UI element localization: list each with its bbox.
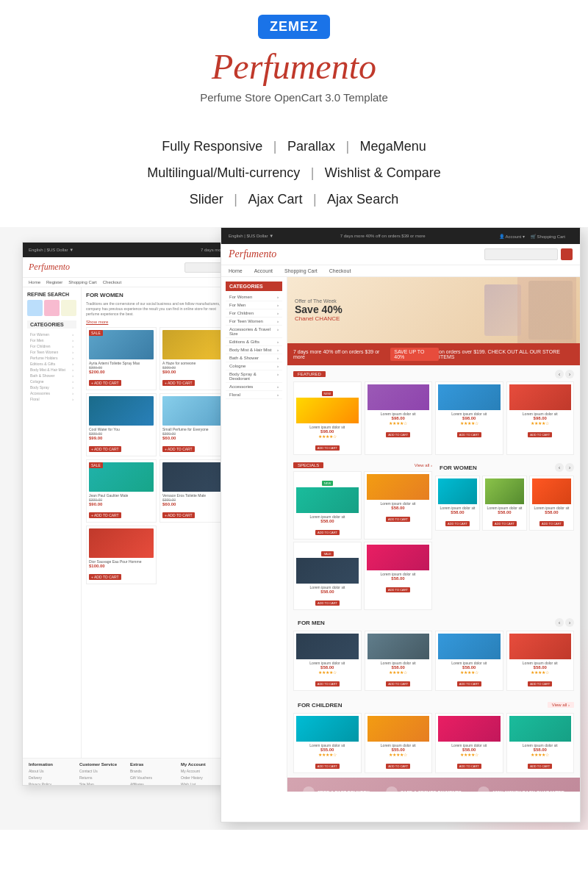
cat-body-spray[interactable]: Body Spray›: [27, 384, 76, 390]
add-to-cart-7[interactable]: + ADD TO CART: [89, 574, 121, 580]
mock-topbar-left: English | $US Dollar ▼ 7 days more...: [23, 243, 234, 257]
search-btn-right[interactable]: [561, 248, 573, 260]
special-add-2[interactable]: ADD TO CART: [386, 517, 410, 522]
featured-img-3: [438, 384, 501, 410]
featured-add-3[interactable]: ADD TO CART: [457, 432, 481, 437]
mock-account-link[interactable]: 👤 Account ▾: [499, 234, 525, 239]
women-add-2[interactable]: ADD TO CART: [492, 521, 517, 526]
add-to-cart-2[interactable]: + ADD TO CART: [162, 380, 195, 386]
add-to-cart-4[interactable]: + ADD TO CART: [162, 446, 195, 452]
cat-right-children[interactable]: For Children›: [226, 309, 282, 318]
cat-right-accessories[interactable]: Accessories & Travel Size›: [226, 326, 282, 338]
nav-right-account[interactable]: Account: [254, 268, 273, 273]
men-img-1: [296, 634, 359, 659]
special-add-4[interactable]: ADD TO CART: [386, 587, 410, 592]
arrow-right-women[interactable]: ›: [565, 463, 574, 472]
for-women-label: FOR WOMEN: [435, 462, 481, 473]
cat-right-bodymist[interactable]: Body Mist & Hair Mist›: [226, 346, 282, 354]
zemez-logo[interactable]: ZEMEZ: [258, 15, 330, 39]
thumb-3: [61, 300, 76, 316]
product-card-1: SALE Ayria Artemi Toilette Spray Max $39…: [86, 327, 157, 390]
nav-right-home[interactable]: Home: [229, 268, 243, 273]
special-img-1: [296, 487, 359, 513]
cat-right-floral[interactable]: Floral›: [226, 391, 282, 399]
children-add-1[interactable]: ADD TO CART: [315, 764, 340, 769]
hero-offer-label: Offer of The Week: [295, 298, 343, 304]
hero-product-img: [484, 284, 521, 336]
add-to-cart-1[interactable]: + ADD TO CART: [89, 380, 121, 386]
nav-register[interactable]: Register: [46, 280, 62, 284]
cat-right-bath[interactable]: Bath & Shower›: [226, 354, 282, 362]
cat-cologne[interactable]: Cologne›: [27, 379, 76, 384]
featured-product-1: NEW Lorem ipsum dolor sit $98.00 ★★★★☆ A…: [293, 381, 362, 455]
featured-add-1[interactable]: ADD TO CART: [315, 445, 340, 451]
men-add-4[interactable]: ADD TO CART: [528, 681, 552, 686]
feature-megamenu: MegaMenu: [360, 139, 426, 154]
cat-for-teen[interactable]: For Teen Women›: [27, 349, 76, 355]
cat-body-mist[interactable]: Body Mist & Hair Mist›: [27, 367, 76, 373]
product-card-5: SALE Jean Paul Gaultier Male $399.00 $90…: [86, 459, 157, 523]
product-price-4: $60.00: [162, 436, 227, 440]
arrow-right-men[interactable]: ›: [565, 618, 574, 627]
arrow-left-men[interactable]: ‹: [555, 618, 564, 627]
women-add-1[interactable]: ADD TO CART: [445, 521, 470, 526]
cat-right-bodyspray[interactable]: Body Spray & Deodorant›: [226, 370, 282, 383]
cat-editions[interactable]: Editions & Gifts›: [27, 361, 76, 367]
children-add-2[interactable]: ADD TO CART: [386, 764, 410, 769]
mock-content-right: Offer of The Week Save 40% Chanel CHANCE…: [287, 277, 580, 792]
children-view-all[interactable]: View all ›: [548, 702, 574, 708]
featured-img-1: [296, 398, 359, 423]
cat-right-cologne[interactable]: Cologne›: [226, 362, 282, 370]
specials-view-all[interactable]: View all ›: [415, 463, 432, 467]
cat-right-teen[interactable]: For Teen Women›: [226, 318, 282, 326]
show-more-link[interactable]: Show more: [86, 320, 230, 324]
cat-for-women[interactable]: For Women›: [27, 331, 76, 337]
children-stars-2: ★★★★☆: [368, 752, 430, 757]
add-to-cart-3[interactable]: + ADD TO CART: [89, 446, 121, 452]
cat-perfume-holders[interactable]: Perfume Holders›: [27, 355, 76, 361]
nav-checkout[interactable]: Checkout: [103, 280, 121, 284]
men-add-3[interactable]: ADD TO CART: [457, 681, 481, 686]
cat-for-men[interactable]: For Men›: [27, 337, 76, 343]
special-add-3[interactable]: ADD TO CART: [315, 600, 340, 606]
special-product-3: SALE Lorem ipsum dolor sit $58.00 ADD TO…: [293, 542, 362, 610]
nav-right-checkout[interactable]: Checkout: [329, 268, 351, 273]
women-nav-arrows: ‹ ›: [555, 463, 574, 472]
cat-right-men[interactable]: For Men›: [226, 301, 282, 309]
children-add-4[interactable]: ADD TO CART: [528, 764, 552, 769]
nav-home[interactable]: Home: [29, 280, 40, 284]
men-add-1[interactable]: ADD TO CART: [315, 681, 340, 686]
cat-accessories[interactable]: Accessories›: [27, 390, 76, 396]
featured-section: FEATURED ‹ › NEW Lorem ipsum dolor sit $…: [287, 365, 580, 459]
cat-right-women[interactable]: For Women›: [226, 293, 282, 301]
cat-floral[interactable]: Floral›: [27, 396, 76, 402]
separator-2: |: [345, 139, 349, 154]
featured-add-2[interactable]: ADD TO CART: [386, 432, 410, 437]
men-add-2[interactable]: ADD TO CART: [386, 681, 410, 686]
subtitle: Perfume Store OpenCart 3.0 Template: [200, 91, 388, 104]
arrow-left-featured[interactable]: ‹: [555, 370, 564, 379]
children-add-3[interactable]: ADD TO CART: [457, 764, 481, 769]
specials-grid: NEW Lorem ipsum dolor sit $58.00 ADD TO …: [293, 471, 432, 610]
nav-cart[interactable]: Shopping Cart: [68, 280, 96, 284]
women-product-2: Lorem ipsum dolor sit $58.00 ADD TO CART: [482, 476, 527, 531]
add-to-cart-5[interactable]: + ADD TO CART: [89, 512, 121, 518]
arrow-right-featured[interactable]: ›: [565, 370, 574, 379]
arrow-left-women[interactable]: ‹: [555, 463, 564, 472]
add-to-cart-6[interactable]: + ADD TO CART: [162, 512, 195, 518]
cat-right-editions[interactable]: Editions & Gifts›: [226, 338, 282, 346]
mock-cart-link[interactable]: 🛒 Shopping Cart: [531, 234, 565, 239]
nav-right-cart[interactable]: Shopping Cart: [284, 268, 318, 273]
for-women-title-left: FOR WOMEN: [86, 292, 230, 298]
cat-for-children[interactable]: For Children›: [27, 343, 76, 349]
description-text: Traditions are the cornerstone of our so…: [86, 301, 230, 317]
women-add-3[interactable]: ADD TO CART: [539, 521, 564, 526]
featured-add-4[interactable]: ADD TO CART: [528, 432, 552, 437]
cat-right-accessories2[interactable]: Accessories›: [226, 383, 282, 391]
guarantee-text: 100% MONEY BACK GUARANTEE: [492, 790, 564, 792]
special-add-1[interactable]: ADD TO CART: [315, 530, 340, 535]
feature-responsive: Fully Responsive: [162, 139, 262, 154]
cat-bath[interactable]: Bath & Shower›: [27, 373, 76, 379]
separator-5: |: [313, 192, 317, 207]
search-box-right[interactable]: [484, 248, 558, 260]
